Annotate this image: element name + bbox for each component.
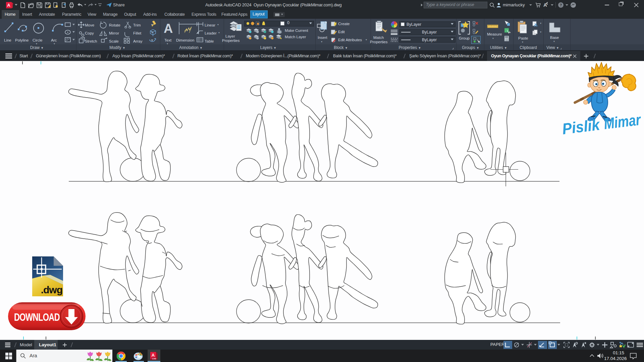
svg-text:?: ? bbox=[560, 3, 562, 7]
svg-text:Pislik: Pislik bbox=[561, 116, 601, 138]
svg-text:A: A bbox=[7, 3, 10, 8]
svg-text:Mimar: Mimar bbox=[603, 111, 642, 132]
svg-text:.dwg: .dwg bbox=[41, 284, 62, 295]
svg-text:A: A bbox=[152, 353, 155, 358]
svg-text:CAD: CAD bbox=[152, 358, 156, 360]
svg-text:DOWNLOAD: DOWNLOAD bbox=[14, 311, 60, 323]
